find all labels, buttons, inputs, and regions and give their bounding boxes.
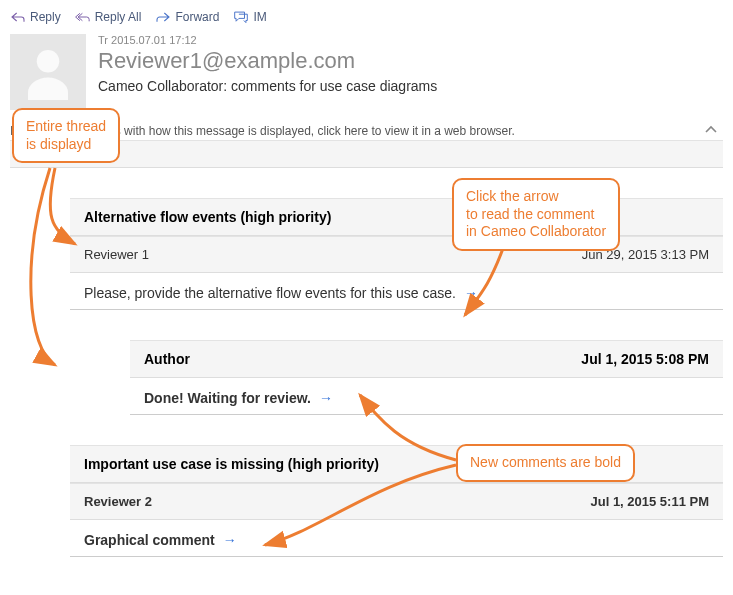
thread-title: Alternative flow events (high priority) xyxy=(70,198,723,236)
im-icon xyxy=(233,10,249,24)
comment-author: Reviewer 1 xyxy=(84,247,149,262)
avatar xyxy=(10,34,86,110)
callout-click-arrow: Click the arrow to read the comment in C… xyxy=(452,178,620,251)
forward-label: Forward xyxy=(175,10,219,24)
open-comment-arrow-icon[interactable]: → xyxy=(464,285,478,301)
message-toolbar: Reply Reply All Forward IM xyxy=(10,8,723,30)
comment-date: Jul 1, 2015 5:08 PM xyxy=(581,351,709,367)
open-comment-arrow-icon[interactable]: → xyxy=(319,390,333,406)
im-label: IM xyxy=(253,10,266,24)
comment-header: Reviewer 1 Jun 29, 2015 3:13 PM xyxy=(70,236,723,273)
forward-button[interactable]: Forward xyxy=(155,10,219,24)
reply-all-button[interactable]: Reply All xyxy=(75,10,142,24)
callout-thread-displayed: Entire thread is displayd xyxy=(12,108,120,163)
reply-all-label: Reply All xyxy=(95,10,142,24)
comment-body: Please, provide the alternative flow eve… xyxy=(70,273,723,310)
comment-header: Author Jul 1, 2015 5:08 PM xyxy=(130,340,723,378)
reply-icon xyxy=(10,10,26,24)
forward-icon xyxy=(155,10,171,24)
reply-all-icon xyxy=(75,10,91,24)
comment-date: Jul 1, 2015 5:11 PM xyxy=(590,494,709,509)
open-comment-arrow-icon[interactable]: → xyxy=(223,532,237,548)
comment-header: Reviewer 2 Jul 1, 2015 5:11 PM xyxy=(70,483,723,520)
callout-new-comments-bold: New comments are bold xyxy=(456,444,635,482)
comment-body: Done! Waiting for review. → xyxy=(130,378,723,415)
collapse-icon[interactable] xyxy=(705,124,723,138)
comment-text: Done! Waiting for review. xyxy=(144,390,311,406)
reply-label: Reply xyxy=(30,10,61,24)
message-header: Tr 2015.07.01 17:12 Reviewer1@example.co… xyxy=(10,30,723,110)
thread: Alternative flow events (high priority) … xyxy=(70,198,723,310)
received-timestamp: Tr 2015.07.01 17:12 xyxy=(98,34,723,46)
comment-author: Reviewer 2 xyxy=(84,494,152,509)
svg-point-0 xyxy=(37,50,60,73)
comment-author: Author xyxy=(144,351,190,367)
reply-button[interactable]: Reply xyxy=(10,10,61,24)
comment-text: Graphical comment xyxy=(84,532,215,548)
comment-body: Graphical comment → xyxy=(70,520,723,557)
thread-reply: Author Jul 1, 2015 5:08 PM Done! Waiting… xyxy=(130,340,723,415)
from-address: Reviewer1@example.com xyxy=(98,48,723,74)
subject: Cameo Collaborator: comments for use cas… xyxy=(98,78,723,94)
comment-text: Please, provide the alternative flow eve… xyxy=(84,285,456,301)
im-button[interactable]: IM xyxy=(233,10,266,24)
